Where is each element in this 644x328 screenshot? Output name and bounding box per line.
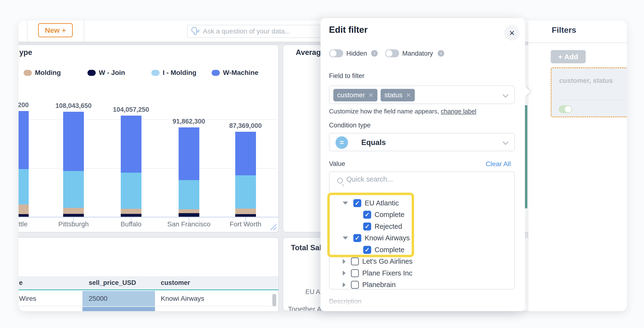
x-axis-label: San Francisco [162, 220, 216, 228]
table-cell-highlighted [82, 307, 155, 311]
search-input[interactable] [203, 27, 322, 35]
bar-segment[interactable] [18, 204, 29, 214]
expand-caret-icon[interactable] [343, 259, 346, 264]
table-row[interactable]: Wires 25000 Knowi Airways [18, 291, 278, 306]
change-label-link[interactable]: change label [441, 108, 476, 115]
bar-segment[interactable] [18, 111, 29, 169]
checkbox[interactable] [351, 258, 359, 265]
info-icon[interactable]: i [371, 50, 378, 57]
condition-value: Equals [361, 138, 386, 147]
value-list-box: ✓EU Atlantic✓Complete✓Rejected✓Knowi Air… [329, 171, 515, 290]
hidden-toggle[interactable] [329, 49, 343, 57]
mandatory-toggle[interactable] [385, 49, 399, 57]
expand-caret-icon[interactable] [343, 283, 346, 287]
expand-caret-icon[interactable] [343, 271, 346, 276]
field-to-filter-select[interactable]: customer✕status✕ [329, 85, 515, 104]
field-to-filter-label: Field to filter [329, 72, 364, 80]
checkbox[interactable] [351, 269, 359, 277]
table-header-cell[interactable]: e [18, 279, 82, 287]
checkbox[interactable]: ✓ [363, 211, 371, 219]
bar-segment[interactable] [235, 209, 256, 214]
remove-chip-icon[interactable]: ✕ [406, 91, 411, 99]
value-tree-row[interactable]: ✓Complete [363, 210, 404, 220]
bar-segment[interactable] [121, 209, 142, 214]
description-input[interactable] [329, 308, 515, 311]
add-filter-button[interactable]: + Add [551, 50, 586, 63]
table-card: e sell_price_USD customer Wires 25000 Kn… [18, 237, 279, 311]
axis-label-partial: Together A [288, 305, 322, 311]
condition-type-label: Condition type [329, 122, 371, 129]
field-chip-label: customer [337, 91, 365, 99]
total-sales-title-partial: Total Sal [291, 244, 322, 252]
bar-segment[interactable] [178, 180, 199, 210]
tree-item-label: EU Atlantic [365, 199, 399, 207]
description-label: Description [329, 298, 362, 305]
value-tree-row[interactable]: ✓Knowi Airways [343, 233, 410, 244]
topbar-divider [27, 20, 28, 42]
field-chip[interactable]: customer✕ [333, 89, 378, 101]
mandatory-toggle-label: Mandatory [402, 50, 433, 57]
table-header-cell[interactable]: customer [155, 279, 278, 287]
value-tree-row[interactable]: ✓Rejected [363, 221, 402, 232]
value-tree-row[interactable]: Let's Go Airlines [343, 256, 412, 267]
collapse-caret-icon[interactable] [343, 202, 348, 205]
value-tree-row[interactable]: ✓Complete [363, 244, 404, 255]
table-row-partial[interactable] [18, 307, 278, 311]
bar-segment[interactable] [63, 112, 84, 171]
bar-segment[interactable] [121, 214, 142, 217]
bar-segment[interactable] [178, 127, 199, 180]
field-chip-label: status [384, 91, 402, 99]
checkbox[interactable]: ✓ [363, 246, 371, 254]
value-tree-row[interactable]: Plane Fixers Inc [343, 268, 412, 278]
table-scrollbar[interactable] [272, 294, 276, 306]
clear-all-link[interactable]: Clear All [486, 160, 511, 168]
checkbox[interactable] [351, 281, 359, 289]
close-icon[interactable]: ✕ [504, 25, 520, 41]
voice-search-icon [191, 26, 200, 36]
field-chips: customer✕status✕ [333, 89, 418, 101]
bar-segment[interactable] [178, 209, 199, 213]
bar-segment[interactable] [121, 173, 142, 209]
ask-data-search[interactable] [187, 25, 322, 38]
gridline [18, 119, 278, 120]
value-tree-row[interactable]: Planebrain [343, 280, 396, 290]
tree-item-label: Knowi Airways [365, 234, 410, 242]
tree-item-label: Complete [374, 211, 404, 219]
tree-item-label: Complete [374, 246, 404, 254]
bar-segment[interactable] [235, 214, 256, 217]
value-tree-row[interactable]: ✓EU Atlantic [343, 198, 399, 208]
x-axis-line [18, 217, 278, 218]
filters-title: Filters [552, 25, 576, 35]
x-axis-label: ttle [18, 220, 48, 228]
tree-item-label: Let's Go Airlines [362, 258, 412, 265]
equals-icon: = [336, 136, 348, 149]
checkbox[interactable]: ✓ [353, 234, 361, 242]
bar-segment[interactable] [178, 213, 199, 217]
bar-segment[interactable] [63, 208, 84, 214]
bar-segment[interactable] [63, 214, 84, 217]
quick-search-input[interactable] [346, 175, 491, 183]
table-header-cell[interactable]: sell_price_USD [82, 279, 155, 287]
bar-segment[interactable] [18, 214, 29, 217]
collapse-caret-icon[interactable] [343, 237, 348, 240]
bar-segment[interactable] [63, 171, 84, 208]
background-chart-sliver [525, 105, 527, 208]
bar-segment[interactable] [235, 132, 256, 175]
filter-field-card[interactable]: customer, status [551, 67, 627, 117]
bar-segment[interactable] [18, 169, 29, 204]
checkbox[interactable]: ✓ [363, 223, 371, 231]
field-chip[interactable]: status✕ [380, 89, 415, 101]
bar-segment[interactable] [235, 175, 256, 209]
chart-plot-area: 2,200108,043,650104,057,25091,862,30087,… [18, 45, 278, 232]
x-axis-label: Pittsburgh [47, 220, 100, 228]
edit-filter-title: Edit filter [329, 25, 368, 35]
table-cell-highlighted: 25000 [82, 291, 155, 306]
remove-chip-icon[interactable]: ✕ [368, 91, 374, 99]
condition-type-select[interactable]: = Equals [329, 133, 515, 151]
tree-item-label: Plane Fixers Inc [362, 269, 412, 277]
info-icon[interactable]: i [438, 50, 444, 57]
checkbox[interactable]: ✓ [353, 199, 361, 207]
bar-segment[interactable] [121, 116, 142, 173]
filter-enabled-toggle[interactable] [559, 105, 572, 113]
new-button[interactable]: New + [38, 23, 73, 37]
